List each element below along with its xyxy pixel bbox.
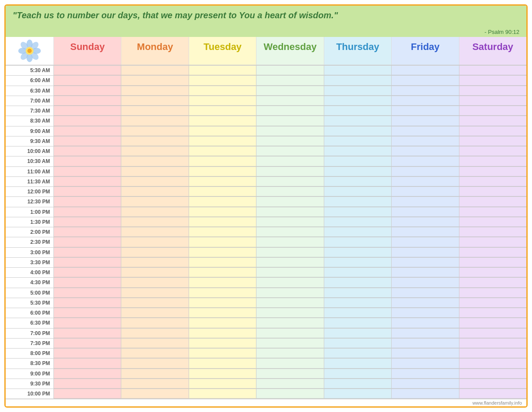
cell-tuesday <box>189 268 256 277</box>
cell-tuesday <box>189 227 256 237</box>
cell-friday <box>391 349 459 358</box>
cell-thursday <box>324 268 391 277</box>
cell-friday <box>391 207 459 217</box>
cell-friday <box>391 258 459 267</box>
cell-wednesday <box>256 288 323 298</box>
cell-friday <box>391 339 459 348</box>
cell-thursday <box>324 359 391 368</box>
cell-wednesday <box>256 96 323 106</box>
time-row: 10:00 AM <box>6 146 526 156</box>
cell-thursday <box>324 227 391 237</box>
cell-saturday <box>459 268 526 277</box>
time-label: 12:30 PM <box>6 197 53 206</box>
cell-saturday <box>459 349 526 358</box>
cell-thursday <box>324 237 391 247</box>
cell-thursday <box>324 126 391 136</box>
cell-wednesday <box>256 86 323 96</box>
cell-monday <box>121 86 188 96</box>
cell-wednesday <box>256 389 323 399</box>
cell-wednesday <box>256 126 323 136</box>
time-row: 10:00 PM <box>6 389 526 399</box>
cell-monday <box>121 106 188 116</box>
cell-monday <box>121 126 188 136</box>
cell-saturday <box>459 207 526 217</box>
cell-monday <box>121 96 188 106</box>
time-label: 4:30 PM <box>6 278 53 287</box>
cell-wednesday <box>256 136 323 146</box>
cell-thursday <box>324 207 391 217</box>
cell-wednesday <box>256 278 323 287</box>
cell-thursday <box>324 217 391 227</box>
cell-saturday <box>459 156 526 166</box>
time-label: 2:00 PM <box>6 227 53 237</box>
cell-tuesday <box>189 237 256 247</box>
time-row: 7:30 PM <box>6 339 526 349</box>
cell-sunday <box>53 298 121 308</box>
time-row: 9:00 AM <box>6 126 526 136</box>
time-label: 9:00 PM <box>6 369 53 379</box>
cell-monday <box>121 116 188 126</box>
schedule-body: 5:30 AM6:00 AM6:30 AM7:00 AM7:30 AM8:30 … <box>6 66 526 399</box>
time-label: 4:00 PM <box>6 268 53 277</box>
cell-thursday <box>324 96 391 106</box>
cell-monday <box>121 278 188 287</box>
cell-saturday <box>459 116 526 126</box>
cell-wednesday <box>256 187 323 196</box>
time-label: 7:30 AM <box>6 106 53 116</box>
time-label: 9:30 PM <box>6 379 53 389</box>
cell-saturday <box>459 318 526 328</box>
svg-point-10 <box>27 49 32 53</box>
cell-tuesday <box>189 136 256 146</box>
cell-saturday <box>459 339 526 348</box>
cell-wednesday <box>256 349 323 358</box>
cell-monday <box>121 237 188 247</box>
cell-tuesday <box>189 298 256 308</box>
cell-saturday <box>459 298 526 308</box>
cell-saturday <box>459 146 526 156</box>
cell-thursday <box>324 308 391 318</box>
cell-sunday <box>53 156 121 166</box>
cell-tuesday <box>189 379 256 389</box>
time-label: 10:30 AM <box>6 156 53 166</box>
time-label: 5:30 AM <box>6 66 53 75</box>
time-row: 5:00 PM <box>6 288 526 298</box>
cell-friday <box>391 126 459 136</box>
time-label: 5:30 PM <box>6 298 53 308</box>
time-label: 1:30 PM <box>6 217 53 227</box>
cell-monday <box>121 197 188 206</box>
cell-sunday <box>53 146 121 156</box>
cell-monday <box>121 379 188 389</box>
cell-saturday <box>459 126 526 136</box>
cell-thursday <box>324 146 391 156</box>
cell-thursday <box>324 318 391 328</box>
time-row: 9:30 AM <box>6 136 526 146</box>
cell-tuesday <box>189 66 256 75</box>
cell-sunday <box>53 187 121 196</box>
time-label: 7:30 PM <box>6 339 53 348</box>
time-row: 8:30 PM <box>6 359 526 369</box>
cell-friday <box>391 329 459 338</box>
calendar-container: "Teach us to number our days, that we ma… <box>4 4 528 408</box>
cell-wednesday <box>256 146 323 156</box>
footer-bar: www.flandersfamily.info <box>6 399 526 406</box>
time-row: 6:00 PM <box>6 308 526 318</box>
time-label: 3:00 PM <box>6 248 53 257</box>
cell-sunday <box>53 227 121 237</box>
cell-tuesday <box>189 146 256 156</box>
cell-tuesday <box>189 156 256 166</box>
cell-sunday <box>53 136 121 146</box>
cell-thursday <box>324 379 391 389</box>
cell-friday <box>391 288 459 298</box>
cell-sunday <box>53 86 121 96</box>
cell-wednesday <box>256 248 323 257</box>
cell-wednesday <box>256 339 323 348</box>
time-label: 1:00 PM <box>6 207 53 217</box>
cell-wednesday <box>256 197 323 206</box>
cell-monday <box>121 156 188 166</box>
cell-sunday <box>53 106 121 116</box>
cell-tuesday <box>189 369 256 379</box>
cell-friday <box>391 278 459 287</box>
cell-sunday <box>53 329 121 338</box>
cell-friday <box>391 318 459 328</box>
cell-wednesday <box>256 167 323 176</box>
